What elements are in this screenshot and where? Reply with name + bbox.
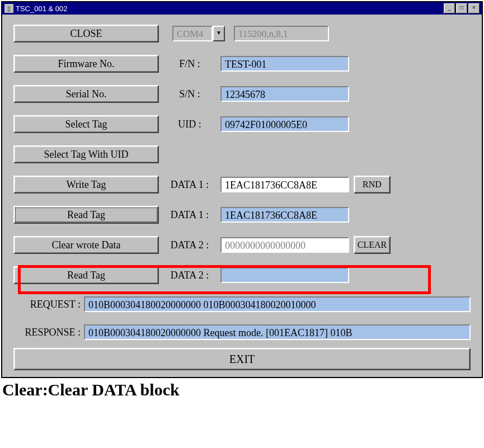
exit-button[interactable]: EXIT [13, 348, 471, 370]
sn-field: 12345678 [220, 86, 349, 102]
data1b-label: DATA 1 : [159, 209, 220, 221]
read-tag-2-button[interactable]: Read Tag [13, 266, 159, 284]
data1-read-field: 1EAC181736CC8A8E [220, 207, 349, 223]
uid-field: 09742F01000005E0 [220, 116, 349, 132]
clear-wrote-data-button[interactable]: Clear wrote Data [13, 236, 159, 254]
clear-button[interactable]: CLEAR [354, 236, 391, 254]
select-tag-button[interactable]: Select Tag [13, 115, 159, 133]
data2-label: DATA 2 : [159, 239, 220, 251]
fn-field: TEST-001 [220, 56, 349, 72]
rnd-button[interactable]: RND [354, 176, 391, 194]
client-area: CLOSE COM4 ▼ 115200,n,8,1 Firmware No. F… [2, 15, 482, 377]
application-window: ▯ TSC_001 & 002 _ □ × CLOSE COM4 ▼ [1, 1, 483, 378]
data2-write-input[interactable]: 0000000000000000 [220, 237, 349, 253]
uid-label: UID : [159, 119, 220, 130]
com-port-value: COM4 [172, 26, 213, 41]
titlebar: ▯ TSC_001 & 002 _ □ × [2, 2, 482, 15]
firmware-no-button[interactable]: Firmware No. [13, 55, 159, 73]
com-port-select[interactable]: COM4 ▼ [172, 26, 225, 41]
request-label: REQUEST : [13, 299, 84, 310]
select-tag-with-uid-button[interactable]: Select Tag With UID [13, 145, 159, 163]
write-tag-button[interactable]: Write Tag [13, 176, 159, 194]
app-icon: ▯ [4, 4, 13, 13]
minimize-button[interactable]: _ [444, 3, 455, 13]
close-button[interactable]: CLOSE [13, 25, 159, 43]
sn-label: S/N : [159, 88, 220, 100]
serial-params-field: 115200,n,8,1 [234, 26, 329, 41]
close-window-button[interactable]: × [468, 3, 480, 13]
data2b-label: DATA 2 : [159, 270, 220, 281]
response-field: 010B000304180020000000 Request mode. [00… [84, 324, 471, 340]
data2-read-field [220, 267, 349, 283]
fn-label: F/N : [159, 58, 220, 70]
data1-label: DATA 1 : [159, 179, 220, 191]
window-controls: _ □ × [444, 3, 482, 13]
caption-text: Clear:Clear DATA block [2, 380, 484, 399]
chevron-down-icon[interactable]: ▼ [213, 26, 225, 41]
serial-no-button[interactable]: Serial No. [13, 85, 159, 103]
maximize-button[interactable]: □ [456, 3, 467, 13]
response-label: RESPONSE : [13, 327, 84, 338]
data1-write-input[interactable]: 1EAC181736CC8A8E [220, 177, 349, 192]
window-title: TSC_001 & 002 [16, 4, 68, 13]
request-field: 010B000304180020000000 010B0003041800200… [84, 296, 471, 312]
read-tag-button[interactable]: Read Tag [13, 206, 159, 224]
